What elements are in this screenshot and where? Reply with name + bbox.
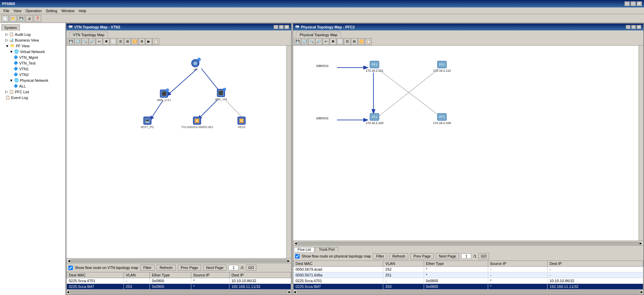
phy-tool-6[interactable]: ✖	[330, 38, 336, 45]
sidebar-tab-system[interactable]: System	[1, 24, 20, 31]
vtn-tool-1[interactable]: 💾	[67, 38, 74, 45]
phy-hscroll-left[interactable]: ◀	[293, 290, 296, 294]
vtn-tool-8[interactable]: ☰	[117, 38, 124, 45]
phy-page-input[interactable]	[461, 253, 471, 259]
phy-scroll-right[interactable]: ▶	[640, 242, 642, 245]
pnode-104[interactable]: PF1 172.16.2.104	[433, 113, 451, 125]
phy-tool-11[interactable]: 📋	[365, 38, 372, 45]
phy-go-btn[interactable]: GO	[478, 253, 489, 259]
phy-scroll-track[interactable]	[298, 242, 639, 245]
phy-scroll-left[interactable]: ◀	[295, 242, 297, 245]
sidebar-item-virtual-network[interactable]: ▼ 🌐 Virtual Network	[0, 49, 65, 54]
phy-hscroll-right[interactable]: ▶	[640, 290, 643, 294]
pnode-103[interactable]: PF1 172.16.2.103	[366, 113, 384, 125]
tab-trunk-port[interactable]: Trunk Port	[315, 247, 338, 252]
sidebar-item-vtn-test[interactable]: 🔷 VTN_Test	[0, 60, 65, 66]
sidebar-item-vtn2[interactable]: 🔷 VTN2	[0, 72, 65, 77]
sidebar-item-vtn-mgmt[interactable]: 🔷 VTN_Mgmt	[0, 54, 65, 60]
vtn-maximize-btn[interactable]: □	[279, 25, 284, 29]
print-btn[interactable]: 🖨	[26, 15, 33, 22]
vtn-tool-10[interactable]: 🔀	[131, 38, 138, 45]
open-btn[interactable]: 📂	[9, 15, 17, 22]
vtn-hscroll-track[interactable]	[70, 291, 287, 294]
menu-operation[interactable]: Operation	[23, 8, 44, 14]
physical-tab[interactable]: Physical Topology Map	[296, 32, 341, 38]
vtn-table-row[interactable]: 0225.5cca.9bf72530x0800*192.168.11.11/32	[67, 284, 291, 290]
vtn-tool-6[interactable]: ✖	[103, 38, 110, 45]
vtn-scrollbar-v[interactable]	[286, 46, 291, 263]
phy-tool-10[interactable]: 🔀	[358, 38, 365, 45]
close-btn[interactable]: ✕	[637, 1, 642, 6]
vtn-tool-7[interactable]: ⬜	[110, 38, 117, 45]
phy-table-row[interactable]: 0050.5679.dcad252*--	[293, 267, 643, 272]
physical-minimize-btn[interactable]: ─	[626, 25, 631, 29]
vtn-tool-3[interactable]: 🔍	[82, 38, 88, 45]
scroll-right-btn[interactable]: ▶	[287, 259, 290, 263]
vtn-next-page-btn[interactable]: Next Page	[203, 265, 226, 271]
physical-close-btn[interactable]: ✕	[637, 25, 641, 29]
node-vextpc[interactable]: 💻 vEXT_PC	[141, 117, 154, 129]
scroll-left-btn[interactable]: ◀	[68, 259, 70, 263]
help-btn[interactable]: ❓	[34, 15, 41, 22]
phy-tool-7[interactable]: ⬜	[337, 38, 343, 45]
pnode-111[interactable]: PF1 172.16.2.111	[366, 61, 384, 72]
phy-table-row[interactable]: 0225.5cca.9bf72530x0800*192.168.11.11/32	[293, 284, 643, 290]
vtn-filter-btn[interactable]: Filter	[140, 265, 155, 271]
save-btn[interactable]: 💾	[18, 15, 25, 22]
node-vex2[interactable]: 🔀 VEX2	[237, 117, 246, 129]
phy-tool-9[interactable]: ⊞	[351, 38, 358, 45]
phy-tool-5[interactable]: ↩	[323, 38, 329, 45]
phy-filter-btn[interactable]: Filter	[373, 253, 387, 259]
node-vbrvm[interactable]: ⬛ vBR_VM	[215, 89, 227, 101]
phy-table-row[interactable]: 0050.5671.6d9a251*--	[293, 272, 643, 278]
vtn-minimize-btn[interactable]: ─	[274, 25, 278, 29]
vtn-tool-5[interactable]: ↩	[96, 38, 103, 45]
menu-view[interactable]: View	[11, 8, 24, 14]
vtn-go-btn[interactable]: GO	[246, 265, 256, 271]
sidebar-item-vtn1[interactable]: 🔷 VTN1	[0, 66, 65, 72]
vtn-tool-4[interactable]: 🔎	[89, 38, 95, 45]
sidebar-item-audit-log[interactable]: ▷ 📋 Audit Log	[0, 31, 65, 37]
physical-maximize-btn[interactable]: □	[631, 25, 636, 29]
vtn-scrollbar-h[interactable]: ◀ ▶	[66, 258, 291, 263]
minimize-btn[interactable]: ─	[624, 1, 630, 6]
maximize-btn[interactable]: □	[631, 1, 636, 6]
phy-show-flow-checkbox[interactable]	[295, 254, 300, 259]
vtn-tool-12[interactable]: ▶	[145, 38, 152, 45]
phy-tool-4[interactable]: 🔎	[315, 38, 322, 45]
menu-file[interactable]: File	[1, 8, 11, 14]
vtn-show-flow-checkbox[interactable]	[68, 266, 73, 270]
phy-scrollbar-h[interactable]: ◀ ▶	[293, 241, 643, 245]
menu-help[interactable]: Help	[77, 8, 88, 14]
vtn-tool-13[interactable]: 📋	[152, 38, 159, 45]
sidebar-item-pf-view[interactable]: ▼ 📁 PF View	[0, 43, 65, 49]
pnode-112[interactable]: PF1 172.16.2.112	[433, 61, 451, 72]
vtn-hscroll[interactable]: ◀ ▶	[66, 290, 291, 294]
new-btn[interactable]: 📄	[1, 15, 9, 22]
tab-flow-list[interactable]: Flow List	[294, 247, 314, 252]
phy-next-page-btn[interactable]: Next Page	[436, 253, 459, 259]
phy-prev-page-btn[interactable]: Prev Page	[410, 253, 433, 259]
sidebar-item-pfc-list[interactable]: ▷ 📋 PFC List	[0, 89, 65, 95]
sidebar-item-event-log[interactable]: 📋 Event Log	[0, 95, 65, 100]
phy-tool-3[interactable]: 🔍	[308, 38, 315, 45]
vtn-hscroll-left[interactable]: ◀	[66, 290, 69, 294]
phy-table-row[interactable]: 0225.5cca.4701-0x0800*10.10.10.86/32	[293, 278, 643, 284]
vtn-table-row[interactable]: 0225.5cca.4701-0x0800*10.10.10.86/32	[67, 278, 291, 284]
phy-tool-8[interactable]: ☰	[344, 38, 351, 45]
sidebar-item-business-view[interactable]: ▷ 📊 Business View	[0, 37, 65, 43]
scroll-track[interactable]	[71, 260, 287, 262]
menu-window[interactable]: Window	[59, 8, 77, 14]
phy-tool-2[interactable]: 🔄	[301, 38, 308, 45]
vtn-tool-11[interactable]: ⚙	[138, 38, 145, 45]
vtn-tool-9[interactable]: ⊞	[124, 38, 131, 45]
vtn-tool-2[interactable]: 🔄	[75, 38, 81, 45]
phy-tool-1[interactable]: 💾	[294, 38, 301, 45]
vtn-prev-page-btn[interactable]: Prev Page	[178, 265, 201, 271]
vtn-tab[interactable]: VTN Topology Map	[69, 32, 108, 38]
sidebar-item-physical-network[interactable]: ▼ 🌐 Physical Network	[0, 77, 65, 83]
node-vr[interactable]: ⊕ vR	[191, 59, 199, 71]
phy-refresh-btn[interactable]: Refresh	[389, 253, 409, 259]
menu-setting[interactable]: Setting	[44, 8, 59, 14]
vtn-refresh-btn[interactable]: Refresh	[157, 265, 176, 271]
